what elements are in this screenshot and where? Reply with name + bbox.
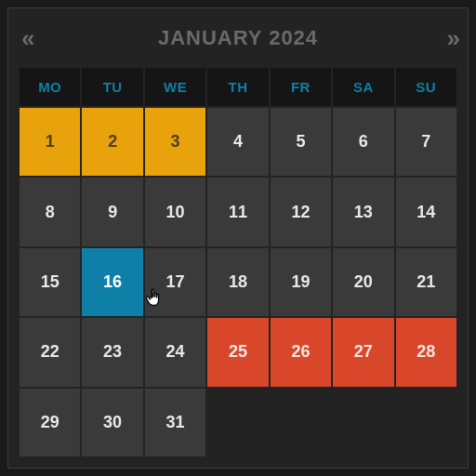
day-cell[interactable]: 24 [145, 318, 205, 386]
day-cell[interactable]: 9 [82, 178, 142, 245]
weekday-header: FR [271, 68, 331, 106]
day-cell[interactable]: 12 [271, 178, 331, 245]
day-cell-empty [271, 389, 331, 456]
weekday-header-row: MO TU WE TH FR SA SU [20, 68, 456, 106]
day-cell[interactable]: 29 [20, 389, 80, 456]
days-grid: 1234567891011121314151617181920212223242… [20, 108, 456, 456]
day-cell[interactable]: 11 [207, 178, 268, 245]
day-cell[interactable]: 15 [20, 248, 80, 316]
weekday-header: SA [333, 68, 393, 106]
day-cell[interactable]: 23 [82, 318, 142, 386]
day-cell[interactable]: 22 [20, 318, 80, 386]
day-cell[interactable]: 28 [396, 318, 456, 386]
day-cell[interactable]: 19 [271, 248, 331, 316]
calendar-grid: MO TU WE TH FR SA SU 1234567891011121314… [8, 68, 468, 468]
weekday-header: SU [396, 68, 456, 106]
day-cell-empty [207, 389, 268, 456]
calendar-widget: « JANUARY 2024 » MO TU WE TH FR SA SU 12… [7, 7, 469, 469]
day-cell[interactable]: 14 [396, 178, 456, 245]
day-cell[interactable]: 13 [333, 178, 393, 245]
day-cell[interactable]: 3 [145, 108, 205, 176]
day-cell[interactable]: 20 [333, 248, 393, 316]
day-cell[interactable]: 7 [396, 108, 456, 176]
day-cell-empty [396, 389, 456, 456]
weekday-header: TU [82, 68, 142, 106]
day-cell[interactable]: 25 [207, 318, 268, 386]
day-cell[interactable]: 4 [207, 108, 268, 176]
day-cell[interactable]: 2 [82, 108, 142, 176]
day-cell[interactable]: 1 [20, 108, 80, 176]
day-cell-empty [333, 389, 393, 456]
weekday-header: WE [145, 68, 205, 106]
day-cell[interactable]: 8 [20, 178, 80, 245]
day-cell[interactable]: 10 [145, 178, 205, 245]
prev-month-button[interactable]: « [21, 26, 29, 50]
weekday-header: TH [207, 68, 268, 106]
day-cell[interactable]: 31 [145, 389, 205, 456]
day-cell[interactable]: 16 [82, 248, 142, 316]
calendar-header: « JANUARY 2024 » [8, 8, 468, 68]
day-cell[interactable]: 5 [271, 108, 331, 176]
weekday-header: MO [20, 68, 80, 106]
day-cell[interactable]: 17 [145, 248, 205, 316]
day-cell[interactable]: 6 [333, 108, 393, 176]
day-cell[interactable]: 26 [271, 318, 331, 386]
day-cell[interactable]: 21 [396, 248, 456, 316]
month-year-title: JANUARY 2024 [158, 26, 318, 50]
next-month-button[interactable]: » [447, 26, 455, 50]
day-cell[interactable]: 30 [82, 389, 142, 456]
day-cell[interactable]: 18 [207, 248, 268, 316]
day-cell[interactable]: 27 [333, 318, 393, 386]
